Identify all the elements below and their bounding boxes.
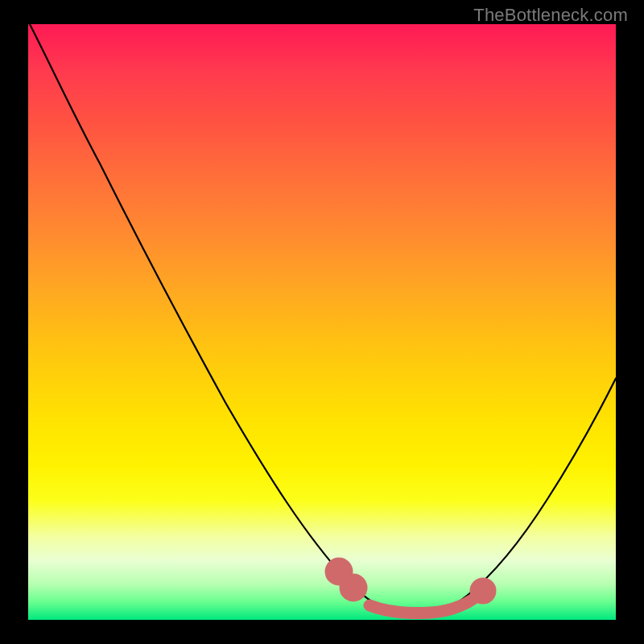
curves-svg [28, 24, 616, 620]
highlight-dot [476, 584, 490, 598]
chart-frame: TheBottleneck.com [0, 0, 644, 644]
bottleneck-curve-path [30, 24, 616, 613]
highlight-flat-segment [369, 592, 483, 613]
plot-area [28, 24, 616, 620]
watermark-text: TheBottleneck.com [473, 5, 628, 26]
highlight-band-group [331, 564, 490, 613]
highlight-dot [345, 580, 361, 596]
